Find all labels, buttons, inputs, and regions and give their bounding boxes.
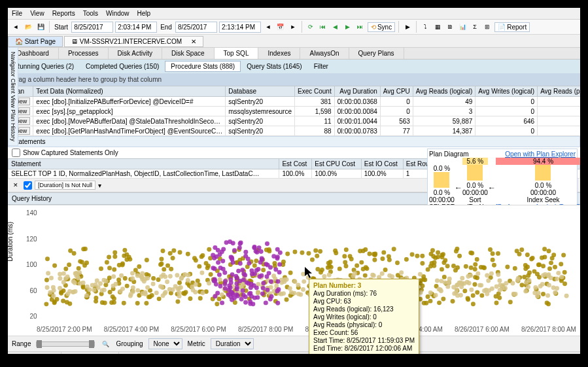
col-header[interactable]: Statement	[9, 159, 279, 169]
menu-view[interactable]: View	[30, 10, 44, 17]
col-header[interactable]: Avg CPU	[380, 86, 413, 97]
group-by-hint[interactable]: Drag a column header here to group by th…	[8, 73, 580, 86]
refresh-icon[interactable]: ⟳	[305, 22, 316, 32]
col-header[interactable]: Avg Duration	[334, 86, 380, 97]
play-fwd-icon[interactable]: ▶	[343, 22, 353, 32]
ffwd-icon[interactable]: ⏭	[355, 22, 366, 32]
table-row[interactable]: Viewexec [dbo].[GetPlanHashAndTimeForObj…	[9, 126, 581, 136]
folder-open-icon[interactable]: 📂	[23, 22, 33, 32]
col-header[interactable]: Exec Count	[294, 86, 334, 97]
svg-point-826	[278, 251, 283, 255]
close-icon[interactable]: ✕	[191, 38, 196, 45]
filter-enabled-checkbox[interactable]	[24, 181, 32, 190]
calendar-fwd-icon[interactable]: ►	[288, 22, 298, 32]
tab-disk-space[interactable]: Disk Space	[162, 48, 215, 59]
doc-icon[interactable]: 🗎	[445, 22, 455, 32]
svg-point-354	[515, 249, 519, 253]
end-time-input[interactable]	[219, 22, 261, 33]
show-captured-checkbox[interactable]	[12, 149, 20, 157]
svg-point-856	[213, 266, 217, 271]
report-button[interactable]: 📄Report	[494, 22, 530, 32]
sigma-icon[interactable]: Σ	[470, 22, 480, 32]
menu-tools[interactable]: Tools	[83, 10, 98, 17]
tab-server[interactable]: 🖥 VM-SSSRV21.INTERCERVE.COM✕	[64, 36, 203, 47]
svg-point-412	[313, 248, 318, 253]
col-header[interactable]: Est Cost	[279, 159, 312, 169]
filter-clear-icon[interactable]: ✕	[10, 180, 21, 190]
grouping-select[interactable]: None	[148, 338, 182, 349]
svg-point-656	[177, 290, 181, 295]
svg-point-243	[404, 257, 409, 262]
subtab-completed[interactable]: Completed Queries (150)	[80, 61, 165, 72]
grid-icon[interactable]: ▦	[432, 22, 443, 32]
tab-disk-activity[interactable]: Disk Activity	[109, 48, 162, 59]
tab-indexes[interactable]: Indexes	[258, 48, 300, 59]
svg-point-613	[288, 286, 292, 290]
svg-point-578	[545, 293, 550, 298]
menu-help[interactable]: Help	[137, 10, 151, 17]
sync-button[interactable]: ⟲Sync	[368, 22, 395, 32]
start-date-input[interactable]	[71, 22, 113, 33]
play-icon[interactable]: ▶	[402, 22, 413, 32]
svg-point-778	[261, 281, 266, 285]
table-row[interactable]: Viewexec [dbo].[InitializePABufferForDev…	[9, 97, 581, 107]
table-row[interactable]: Viewexec [dbo].[MovePABufferData] @Stale…	[9, 116, 581, 126]
svg-point-706	[540, 282, 545, 287]
svg-point-44	[175, 300, 180, 304]
svg-point-444	[380, 256, 385, 261]
chart-icon[interactable]: 📊	[457, 22, 468, 32]
tab-processes[interactable]: Processes	[59, 48, 109, 59]
end-date-input[interactable]	[175, 22, 217, 33]
jump-icon[interactable]: ⤵	[420, 22, 430, 32]
open-plan-explorer-link[interactable]: Open with Plan Explorer	[505, 150, 576, 158]
col-header[interactable]: Est CPU Cost	[312, 159, 361, 169]
bottomtab-query-history[interactable]: Query History	[8, 352, 61, 354]
svg-point-875	[226, 292, 231, 297]
tab-start-page[interactable]: 🏠 Start Page	[8, 36, 63, 47]
tab-alwayson[interactable]: AlwaysOn	[300, 48, 349, 59]
table-row[interactable]: Viewexec [sys].[sp_getapplock]mssqlsyste…	[9, 107, 581, 116]
rewind-icon[interactable]: ⏮	[318, 22, 328, 32]
subtab-proc-stats[interactable]: Procedure Stats (888)	[165, 61, 241, 72]
svg-point-24	[513, 266, 517, 271]
filter-dropdown-icon[interactable]: ▾	[98, 182, 101, 189]
save-icon[interactable]: 💾	[35, 22, 46, 32]
col-header[interactable]: Avg Reads (logical)	[413, 86, 476, 97]
svg-point-689	[95, 278, 99, 283]
range-slider[interactable]	[36, 341, 95, 347]
left-dock-tabs[interactable]: Navigator Client View Plan History	[8, 47, 18, 146]
start-time-input[interactable]	[115, 22, 157, 33]
play-back-icon[interactable]: ◀	[330, 22, 341, 32]
nav-back-icon[interactable]: ◄	[10, 22, 21, 32]
menu-window[interactable]: Window	[106, 10, 130, 17]
metric-select[interactable]: Duration	[211, 338, 254, 349]
col-header[interactable]: Database	[226, 86, 295, 97]
tab-top-sql[interactable]: Top SQL	[215, 48, 259, 59]
subtab-running[interactable]: Running Queries (2)	[9, 61, 80, 72]
svg-point-753	[277, 262, 282, 267]
plan-node-select[interactable]: 0.0 % 0.0 %00:00:00SELECT	[429, 165, 455, 211]
svg-point-129	[428, 299, 432, 304]
menu-reports[interactable]: Reports	[52, 10, 75, 17]
svg-point-574	[445, 285, 450, 289]
calendar-icon[interactable]: 📅	[275, 22, 286, 32]
zoom-in-icon[interactable]: 🔍	[100, 339, 111, 349]
svg-point-879	[249, 294, 254, 298]
col-header[interactable]: Avg Reads (physical)	[538, 86, 580, 97]
col-header[interactable]: Est IO Cost	[361, 159, 403, 169]
subtab-filter[interactable]: Filter	[308, 61, 334, 72]
query-history-chart[interactable]: Duration (ms) 1401201006020 8/25/2017 2:…	[8, 205, 580, 336]
calendar-back-icon[interactable]: ◄	[263, 22, 273, 32]
svg-point-224	[494, 294, 498, 299]
menu-file[interactable]: File	[12, 10, 22, 17]
table-icon[interactable]: ⊞	[482, 22, 493, 32]
col-header[interactable]: Text Data (Normalized)	[33, 86, 226, 97]
subtab-query-stats[interactable]: Query Stats (1645)	[241, 61, 307, 72]
filter-expression[interactable]: [Duration] Is Not Null	[35, 181, 95, 190]
svg-point-713	[199, 270, 204, 275]
svg-point-874	[230, 290, 235, 295]
svg-point-35	[505, 265, 510, 270]
tab-query-plans[interactable]: Query Plans	[349, 48, 404, 59]
bottomtab-command-text[interactable]: Command Text	[61, 352, 119, 354]
col-header[interactable]: Avg Writes (logical)	[476, 86, 538, 97]
